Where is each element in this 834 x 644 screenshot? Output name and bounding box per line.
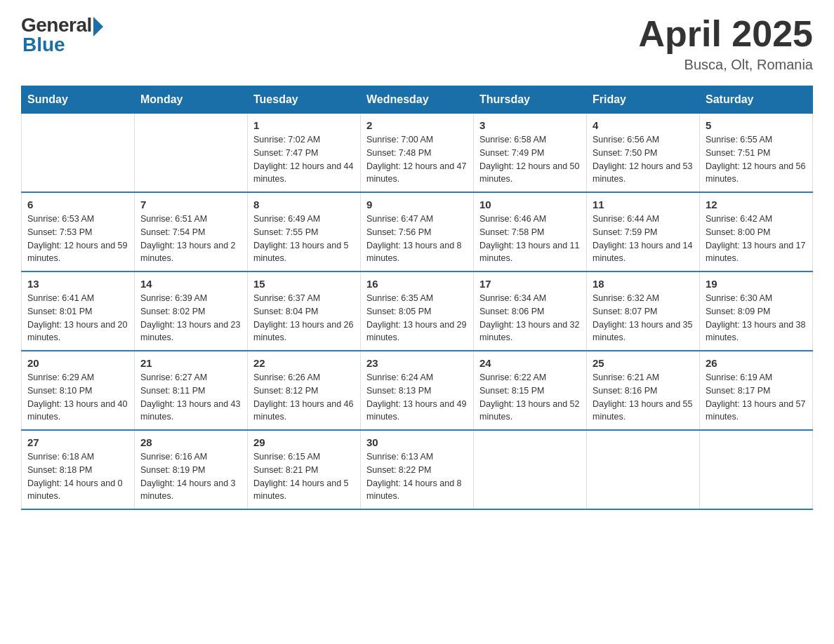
calendar-week-row: 6Sunrise: 6:53 AMSunset: 7:53 PMDaylight… [22,192,813,271]
logo: General Blue [21,14,103,56]
calendar-week-row: 1Sunrise: 7:02 AMSunset: 7:47 PMDaylight… [22,114,813,193]
header-day-friday: Friday [587,86,700,114]
calendar-cell: 9Sunrise: 6:47 AMSunset: 7:56 PMDaylight… [361,192,474,271]
day-number: 14 [140,278,241,290]
calendar-cell: 21Sunrise: 6:27 AMSunset: 8:11 PMDayligh… [135,351,248,430]
day-number: 1 [253,119,355,131]
logo-arrow-icon [93,17,103,36]
day-number: 22 [253,357,355,369]
calendar-cell: 11Sunrise: 6:44 AMSunset: 7:59 PMDayligh… [587,192,700,271]
day-info: Sunrise: 6:41 AMSunset: 8:01 PMDaylight:… [27,292,128,344]
day-info: Sunrise: 7:02 AMSunset: 7:47 PMDaylight:… [253,133,355,186]
day-number: 28 [140,436,241,448]
calendar-cell: 2Sunrise: 7:00 AMSunset: 7:48 PMDaylight… [361,114,474,193]
day-number: 20 [27,357,128,369]
day-number: 13 [27,278,128,290]
calendar-cell: 10Sunrise: 6:46 AMSunset: 7:58 PMDayligh… [474,192,587,271]
day-number: 30 [366,436,468,448]
day-number: 23 [366,357,468,369]
day-number: 10 [479,199,581,210]
day-number: 24 [479,357,581,369]
day-info: Sunrise: 6:15 AMSunset: 8:21 PMDaylight:… [253,450,355,503]
page-subtitle: Busca, Olt, Romania [638,57,813,73]
calendar-cell [22,114,135,193]
day-number: 9 [366,199,468,210]
day-number: 21 [140,357,241,369]
day-number: 7 [140,199,241,210]
day-number: 25 [593,357,694,369]
header-day-wednesday: Wednesday [361,86,474,114]
day-info: Sunrise: 6:18 AMSunset: 8:18 PMDaylight:… [27,450,128,503]
header-day-sunday: Sunday [22,86,135,114]
header-day-thursday: Thursday [474,86,587,114]
calendar-cell: 26Sunrise: 6:19 AMSunset: 8:17 PMDayligh… [700,351,813,430]
day-info: Sunrise: 6:27 AMSunset: 8:11 PMDaylight:… [140,371,241,424]
calendar-cell: 1Sunrise: 7:02 AMSunset: 7:47 PMDaylight… [248,114,361,193]
day-info: Sunrise: 6:16 AMSunset: 8:19 PMDaylight:… [140,450,241,503]
day-info: Sunrise: 6:51 AMSunset: 7:54 PMDaylight:… [140,213,241,265]
day-info: Sunrise: 6:22 AMSunset: 8:15 PMDaylight:… [479,371,581,424]
calendar-cell: 19Sunrise: 6:30 AMSunset: 8:09 PMDayligh… [700,271,813,351]
day-number: 8 [253,199,355,210]
calendar-cell: 7Sunrise: 6:51 AMSunset: 7:54 PMDaylight… [135,192,248,271]
day-info: Sunrise: 6:35 AMSunset: 8:05 PMDaylight:… [366,292,468,344]
day-number: 5 [706,119,807,131]
day-number: 19 [706,278,807,290]
calendar-cell: 28Sunrise: 6:16 AMSunset: 8:19 PMDayligh… [135,430,248,509]
day-number: 29 [253,436,355,448]
day-info: Sunrise: 6:34 AMSunset: 8:06 PMDaylight:… [479,292,581,344]
calendar-cell: 23Sunrise: 6:24 AMSunset: 8:13 PMDayligh… [361,351,474,430]
logo-blue-text: Blue [22,34,65,56]
page-title: April 2025 [638,14,813,54]
day-info: Sunrise: 6:46 AMSunset: 7:58 PMDaylight:… [479,213,581,265]
day-info: Sunrise: 6:42 AMSunset: 8:00 PMDaylight:… [706,213,807,265]
calendar-cell: 3Sunrise: 6:58 AMSunset: 7:49 PMDaylight… [474,114,587,193]
calendar-cell: 20Sunrise: 6:29 AMSunset: 8:10 PMDayligh… [22,351,135,430]
day-info: Sunrise: 6:30 AMSunset: 8:09 PMDaylight:… [706,292,807,344]
page-header: General Blue April 2025 Busca, Olt, Roma… [21,14,813,73]
calendar-cell: 12Sunrise: 6:42 AMSunset: 8:00 PMDayligh… [700,192,813,271]
calendar-cell: 13Sunrise: 6:41 AMSunset: 8:01 PMDayligh… [22,271,135,351]
calendar-cell: 17Sunrise: 6:34 AMSunset: 8:06 PMDayligh… [474,271,587,351]
day-info: Sunrise: 6:21 AMSunset: 8:16 PMDaylight:… [593,371,694,424]
calendar-cell: 18Sunrise: 6:32 AMSunset: 8:07 PMDayligh… [587,271,700,351]
day-info: Sunrise: 6:55 AMSunset: 7:51 PMDaylight:… [706,133,807,186]
calendar-cell: 27Sunrise: 6:18 AMSunset: 8:18 PMDayligh… [22,430,135,509]
day-number: 6 [27,199,128,210]
day-number: 27 [27,436,128,448]
calendar-cell: 29Sunrise: 6:15 AMSunset: 8:21 PMDayligh… [248,430,361,509]
day-info: Sunrise: 6:44 AMSunset: 7:59 PMDaylight:… [593,213,694,265]
calendar-week-row: 13Sunrise: 6:41 AMSunset: 8:01 PMDayligh… [22,271,813,351]
calendar-cell: 22Sunrise: 6:26 AMSunset: 8:12 PMDayligh… [248,351,361,430]
day-info: Sunrise: 6:56 AMSunset: 7:50 PMDaylight:… [593,133,694,186]
calendar-cell [700,430,813,509]
calendar-cell: 4Sunrise: 6:56 AMSunset: 7:50 PMDaylight… [587,114,700,193]
day-info: Sunrise: 6:26 AMSunset: 8:12 PMDaylight:… [253,371,355,424]
day-number: 17 [479,278,581,290]
calendar-cell: 14Sunrise: 6:39 AMSunset: 8:02 PMDayligh… [135,271,248,351]
day-info: Sunrise: 6:13 AMSunset: 8:22 PMDaylight:… [366,450,468,503]
header-day-saturday: Saturday [700,86,813,114]
calendar-week-row: 20Sunrise: 6:29 AMSunset: 8:10 PMDayligh… [22,351,813,430]
day-number: 18 [593,278,694,290]
day-info: Sunrise: 6:32 AMSunset: 8:07 PMDaylight:… [593,292,694,344]
header-day-monday: Monday [135,86,248,114]
calendar-header-row: SundayMondayTuesdayWednesdayThursdayFrid… [22,86,813,114]
calendar-cell: 8Sunrise: 6:49 AMSunset: 7:55 PMDaylight… [248,192,361,271]
day-number: 11 [593,199,694,210]
day-info: Sunrise: 6:58 AMSunset: 7:49 PMDaylight:… [479,133,581,186]
day-info: Sunrise: 6:39 AMSunset: 8:02 PMDaylight:… [140,292,241,344]
calendar-cell: 15Sunrise: 6:37 AMSunset: 8:04 PMDayligh… [248,271,361,351]
day-number: 4 [593,119,694,131]
day-number: 15 [253,278,355,290]
calendar-cell: 30Sunrise: 6:13 AMSunset: 8:22 PMDayligh… [361,430,474,509]
day-info: Sunrise: 6:49 AMSunset: 7:55 PMDaylight:… [253,213,355,265]
calendar-week-row: 27Sunrise: 6:18 AMSunset: 8:18 PMDayligh… [22,430,813,509]
day-number: 26 [706,357,807,369]
day-info: Sunrise: 7:00 AMSunset: 7:48 PMDaylight:… [366,133,468,186]
calendar-cell [135,114,248,193]
calendar-cell: 5Sunrise: 6:55 AMSunset: 7:51 PMDaylight… [700,114,813,193]
day-info: Sunrise: 6:53 AMSunset: 7:53 PMDaylight:… [27,213,128,265]
day-info: Sunrise: 6:24 AMSunset: 8:13 PMDaylight:… [366,371,468,424]
calendar-cell: 16Sunrise: 6:35 AMSunset: 8:05 PMDayligh… [361,271,474,351]
